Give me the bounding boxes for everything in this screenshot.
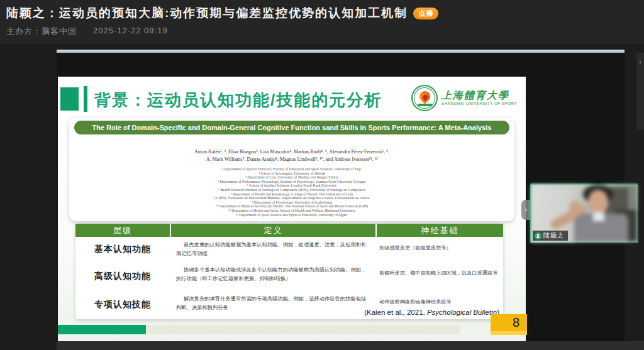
- subtitle-row: 主办方：脑客中国 2025-12-22 09:19: [6, 26, 168, 37]
- footer-bar-green-segment: [58, 325, 146, 334]
- microphone-icon: [535, 232, 541, 239]
- emblem-base: [418, 104, 433, 106]
- table-cell-neural: 前额叶皮层、额中回和额上回区域，以及白质通路等: [374, 262, 503, 291]
- table-body: 基本认知功能 最先发展的认知功能被视为基本认知功能。例如，处理速度、注意，及短期…: [75, 237, 503, 319]
- table-header-definition: 定义: [171, 224, 375, 237]
- logo-text: 上海體育大學 SHANGHAI UNIVERSITY OF SPORT: [441, 90, 517, 107]
- citation: (Kalen et al., 2021, Psychological Bulle…: [364, 309, 499, 316]
- host-label: 主办方：脑客中国: [6, 26, 77, 37]
- datetime-label: 2025-12-22 09:19: [93, 26, 168, 37]
- vod-status-badge: 点播: [413, 8, 438, 19]
- paper-authors: Anton Kalén¹, ², Elisa Bisagno³, Lisa Mu…: [69, 148, 514, 163]
- authors-line-2: A. Mark Williams⁷, Duarte Araújo⁸, Magnu…: [69, 156, 514, 163]
- affiliation-line: ² School of Informatics, University of S…: [69, 172, 514, 176]
- university-emblem-icon: [411, 85, 438, 111]
- university-logo: 上海體育大學 SHANGHAI UNIVERSITY OF SPORT: [411, 85, 517, 111]
- authors-line-1: Anton Kalén¹, ², Elisa Bisagno³, Lisa Mu…: [69, 148, 514, 156]
- logo-name-cn: 上海體育大學: [441, 90, 517, 101]
- citation-prefix: (Kalen et al., 2021,: [364, 309, 427, 316]
- table-header-neural: 神经基础: [377, 224, 503, 237]
- panel-collapse-icon[interactable]: ‹: [636, 58, 644, 65]
- table-cell-level: 基本认知功能: [75, 237, 170, 262]
- title-row: 陆颖之：运动员的预知大脑:动作预期与偏差监控优势的认知加工机制 点播: [6, 5, 438, 21]
- citation-journal: Psychological Bulletin: [427, 309, 497, 316]
- affiliation-line: ⁶ Health Research Institute of Santiago …: [69, 188, 514, 192]
- table-row: 基本认知功能 最先发展的认知功能被视为基本认知功能。例如，处理速度、注意，及短期…: [75, 237, 503, 262]
- table-row: 高级认知功能 协调多个基本认知功能或涉及多个认知能力的功能被称为高级认知功能。例…: [75, 262, 503, 291]
- affiliation-line: ⁷ Department of Health and Kinesiology, …: [69, 192, 514, 197]
- webinar-page: 陆颖之：运动员的预知大脑:动作预期与偏差监控优势的认知加工机制 点播 主办方：脑…: [0, 0, 644, 350]
- logo-name-en: SHANGHAI UNIVERSITY OF SPORT: [441, 102, 517, 106]
- slide-footer-bar: [58, 325, 526, 334]
- paper-title: The Role of Domain-Specific and Domain-G…: [74, 121, 509, 134]
- table-cell-neural: 初级感觉皮层（如视觉皮层等）: [374, 237, 503, 262]
- player-bottom-strip: [57, 341, 644, 350]
- window-top-strip: [57, 50, 625, 53]
- paper-card: The Role of Domain-Specific and Domain-G…: [69, 118, 514, 221]
- cognitive-function-table: 层级 定义 神经基础 基本认知功能 最先发展的认知功能被视为基本认知功能。例如，…: [75, 224, 503, 319]
- table-header-level: 层级: [75, 224, 170, 237]
- table-cell-definition: 协调多个基本认知功能或涉及多个认知能力的功能被称为高级认知功能。例如，执行功能（…: [170, 262, 374, 291]
- table-cell-definition: 解决复杂的体育任务通常所需的专项高级功能。例如，选择动作应答的技能包括判断、决策…: [170, 291, 374, 319]
- presenter-name-tag: 陆颖之: [533, 231, 568, 241]
- side-panel-strip[interactable]: ‹: [636, 53, 644, 129]
- table-cell-level: 高级认知功能: [75, 262, 170, 291]
- table-header-row: 层级 定义 神经基础: [75, 224, 503, 237]
- page-title: 陆颖之：运动员的预知大脑:动作预期与偏差监控优势的认知加工机制: [6, 5, 408, 21]
- slide-title: 背景：运动员认知功能/技能的元分析: [94, 89, 382, 111]
- page-number: 8: [491, 314, 527, 335]
- affiliation-line: ⁵ School of Applied Sciences, London Sou…: [69, 183, 514, 188]
- footer-bar-beige-segment: [146, 325, 460, 334]
- affiliation-line: ¹¹ Department of Health and Sport, Schoo…: [69, 209, 514, 213]
- affiliation-line: ³ Department of Law, University of Moden…: [69, 175, 514, 180]
- affiliations: ¹ Department of Special Didactics, Facul…: [69, 167, 514, 217]
- video-collapse-handle[interactable]: ›: [521, 200, 530, 220]
- affiliation-line: ⁹ Department of Psychology, University o…: [69, 200, 514, 205]
- affiliation-line: ¹² Department of Sport Science and Physi…: [69, 213, 514, 217]
- affiliation-line: ¹ Department of Special Didactics, Facul…: [69, 167, 514, 172]
- affiliation-line: ¹⁰ Department of Physical Activity and H…: [69, 204, 514, 209]
- title-accent-bar: [84, 86, 87, 112]
- presenter-video-thumbnail[interactable]: 陆颖之: [530, 183, 638, 243]
- affiliation-line: ⁴ Department of Performance Psychology, …: [69, 180, 514, 184]
- table-cell-level: 专项认知技能: [75, 291, 170, 319]
- title-accent-square: [60, 87, 79, 111]
- header-bar: 陆颖之：运动员的预知大脑:动作预期与偏差监控优势的认知加工机制 点播 主办方：脑…: [0, 0, 644, 44]
- slide: 背景：运动员认知功能/技能的元分析 上海體育大學 SHANGHAI UNIVER…: [58, 77, 526, 341]
- affiliation-line: ⁸ CIPER, Faculdade de Motricidade Humana…: [69, 196, 514, 200]
- presenter-name: 陆颖之: [543, 231, 564, 240]
- table-cell-definition: 最先发展的认知功能被视为基本认知功能。例如，处理速度、注意，及短期和长期记忆等功…: [170, 237, 374, 262]
